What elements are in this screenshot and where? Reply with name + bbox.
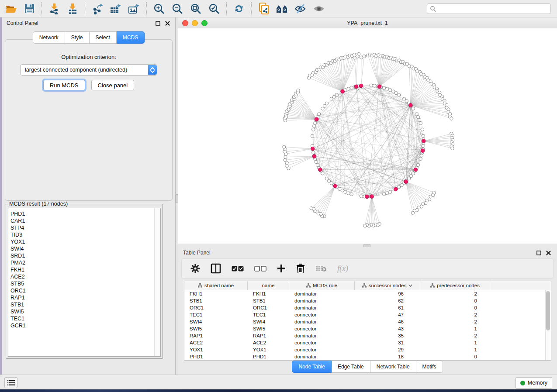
- graph-node[interactable]: [419, 122, 422, 125]
- network-canvas[interactable]: [178, 28, 557, 244]
- graph-node[interactable]: [312, 128, 315, 131]
- export-network-icon[interactable]: [91, 3, 104, 15]
- graph-node[interactable]: [398, 93, 401, 96]
- graph-node[interactable]: [373, 84, 376, 87]
- mcds-result-list[interactable]: PHD1CAR1STP4TID3YOX1SWI4SRD1PMA2FKH1ACE2…: [8, 208, 161, 357]
- tab-network-table[interactable]: Network Table: [370, 361, 416, 373]
- graph-node[interactable]: [356, 55, 359, 58]
- table-row[interactable]: TEC1TEC1connector472: [184, 311, 551, 318]
- search-input[interactable]: [436, 5, 548, 12]
- graph-node[interactable]: [389, 89, 392, 92]
- graph-hub-node[interactable]: [341, 89, 345, 93]
- tab-style[interactable]: Style: [65, 31, 90, 44]
- graph-node[interactable]: [335, 93, 338, 96]
- graph-node[interactable]: [420, 154, 423, 157]
- table-mode-gear-icon[interactable]: [190, 262, 200, 275]
- table-row[interactable]: ACE2ACE2connector311: [184, 339, 551, 346]
- result-list-item[interactable]: GCR1: [8, 322, 160, 329]
- first-neighbors-icon[interactable]: [276, 3, 289, 15]
- task-history-button[interactable]: [4, 377, 17, 388]
- column-header-successor-nodes[interactable]: successor nodes: [355, 281, 420, 290]
- column-header-mcds-role[interactable]: MCDS role: [289, 281, 355, 290]
- table-row[interactable]: STB1STB1dominator620: [184, 297, 551, 304]
- column-header-shared-name[interactable]: shared name: [184, 281, 248, 290]
- tab-mcds[interactable]: MCDS: [117, 31, 145, 44]
- result-list-item[interactable]: ACE2: [8, 273, 160, 280]
- graph-hub-node[interactable]: [408, 103, 412, 107]
- graph-node[interactable]: [386, 192, 389, 195]
- close-panel-icon[interactable]: [164, 20, 171, 27]
- export-image-icon[interactable]: [128, 3, 141, 15]
- close-panel-icon[interactable]: [545, 249, 552, 256]
- add-column-icon[interactable]: [277, 262, 286, 275]
- import-table-icon[interactable]: [66, 3, 79, 15]
- graph-node[interactable]: [416, 116, 419, 119]
- graph-node[interactable]: [325, 102, 328, 105]
- graph-node[interactable]: [419, 157, 422, 160]
- graph-hub-node[interactable]: [404, 180, 408, 184]
- graph-node[interactable]: [310, 206, 313, 210]
- scrollbar-thumb[interactable]: [546, 291, 550, 330]
- result-list-item[interactable]: FKH1: [8, 266, 160, 273]
- graph-node[interactable]: [416, 163, 419, 166]
- graph-hub-node[interactable]: [354, 85, 358, 89]
- hide-selected-icon[interactable]: [294, 3, 307, 15]
- graph-hub-node[interactable]: [414, 168, 418, 172]
- graph-node[interactable]: [422, 144, 425, 148]
- table-row[interactable]: ORC1ORC1dominator610: [184, 304, 551, 311]
- graph-node[interactable]: [312, 151, 315, 154]
- graph-node[interactable]: [370, 84, 373, 87]
- horizontal-splitter[interactable]: [178, 244, 557, 247]
- graph-hub-node[interactable]: [370, 195, 374, 199]
- search-box[interactable]: [427, 3, 551, 14]
- graph-node[interactable]: [389, 190, 392, 193]
- memory-button[interactable]: Memory: [515, 377, 552, 389]
- graph-node[interactable]: [386, 87, 389, 90]
- graph-node[interactable]: [316, 163, 319, 166]
- graph-node[interactable]: [314, 122, 317, 125]
- graph-hub-node[interactable]: [394, 187, 398, 191]
- graph-node[interactable]: [360, 195, 363, 198]
- import-network-icon[interactable]: [48, 3, 61, 15]
- result-list-item[interactable]: ORC1: [8, 287, 160, 294]
- apply-layout-icon[interactable]: [232, 3, 246, 15]
- open-session-icon[interactable]: [4, 3, 17, 15]
- close-panel-button[interactable]: Close panel: [91, 80, 135, 90]
- graph-node[interactable]: [421, 128, 424, 131]
- table-row[interactable]: RAP1RAP1dominator352: [184, 332, 551, 339]
- result-list-item[interactable]: SWI5: [8, 308, 160, 315]
- graph-node[interactable]: [350, 86, 353, 89]
- column-header-predecessor-nodes[interactable]: predecessor nodes: [420, 281, 490, 290]
- graph-hub-node[interactable]: [421, 149, 425, 153]
- network-window-titlebar[interactable]: YPA_prune.txt_1: [178, 17, 557, 29]
- graph-hub-node[interactable]: [377, 85, 381, 89]
- graph-node[interactable]: [451, 147, 454, 150]
- result-list-item[interactable]: STB5: [8, 280, 160, 287]
- graph-node[interactable]: [325, 177, 328, 180]
- graph-node[interactable]: [347, 87, 350, 90]
- unselect-all-icon[interactable]: [254, 262, 266, 275]
- new-network-from-selection-icon[interactable]: [257, 3, 270, 15]
- table-row[interactable]: FKH1FKH1dominator962: [184, 290, 551, 297]
- graph-node[interactable]: [412, 107, 415, 110]
- graph-node[interactable]: [344, 190, 347, 193]
- graph-node[interactable]: [318, 113, 321, 116]
- select-all-icon[interactable]: [232, 262, 244, 275]
- zoom-selected-icon[interactable]: [208, 3, 221, 15]
- float-panel-icon[interactable]: [154, 20, 161, 27]
- graph-node[interactable]: [363, 55, 366, 58]
- graph-node[interactable]: [283, 145, 286, 148]
- delete-table-icon[interactable]: [315, 262, 327, 275]
- float-panel-icon[interactable]: [535, 249, 542, 256]
- graph-hub-node[interactable]: [318, 168, 322, 172]
- zoom-out-icon[interactable]: [171, 3, 184, 15]
- column-header-name[interactable]: name: [248, 281, 289, 290]
- result-list-item[interactable]: TEC1: [8, 315, 160, 322]
- show-all-icon[interactable]: [312, 3, 325, 15]
- graph-node[interactable]: [284, 158, 287, 162]
- graph-node[interactable]: [450, 117, 453, 120]
- graph-node[interactable]: [383, 86, 386, 89]
- zoom-fit-icon[interactable]: [189, 3, 202, 15]
- result-list-item[interactable]: YOX1: [8, 238, 160, 245]
- table-row[interactable]: SWI4SWI4dominator462: [184, 318, 551, 325]
